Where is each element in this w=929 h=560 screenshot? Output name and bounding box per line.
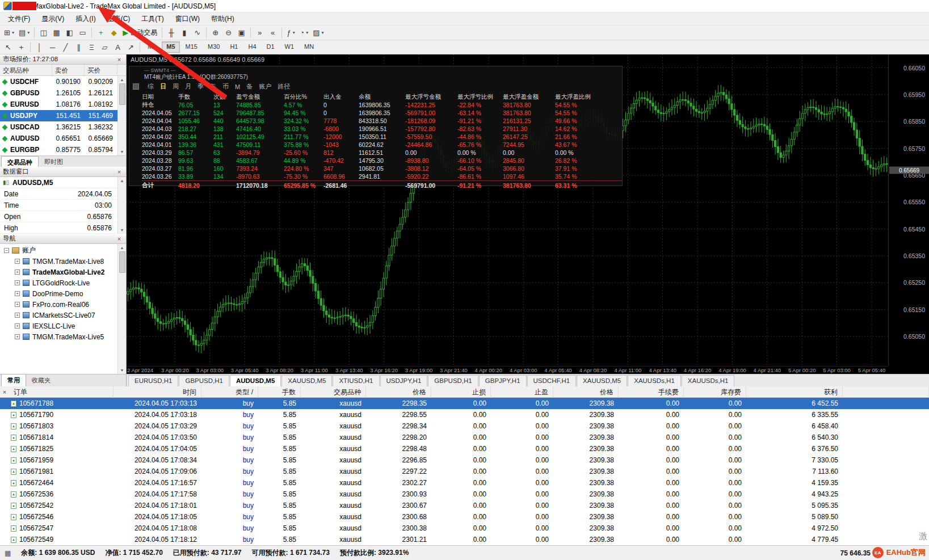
- market-row-usdcad[interactable]: USDCAD1.362151.36232: [0, 121, 117, 133]
- zoom-out-button[interactable]: ⊖: [222, 27, 235, 39]
- fibonacci-button[interactable]: Ξ: [85, 41, 98, 53]
- expand-icon[interactable]: +: [15, 291, 20, 296]
- order-row-105672546[interactable]: ▲1056725462024.04.05 17:18:05buy5.85xauu…: [0, 511, 929, 523]
- expand-icon[interactable]: +: [15, 259, 20, 264]
- order-row-105671788[interactable]: ▲1056717882024.04.05 17:03:13buy5.85xauu…: [0, 398, 929, 409]
- orders-column-3[interactable]: 手数: [258, 386, 301, 398]
- market-watch-scrollbar[interactable]: ▲ ▼: [117, 76, 126, 155]
- menu-charts[interactable]: 图表(C): [102, 12, 136, 26]
- collapse-icon[interactable]: −: [4, 248, 9, 253]
- scroll-thumb[interactable]: [119, 251, 125, 273]
- column-header-[interactable]: 交易品种: [0, 65, 52, 75]
- order-row-105672542[interactable]: ▲1056725422024.04.05 17:18:01buy5.85xauu…: [0, 500, 929, 511]
- timeframe-m5[interactable]: M5: [162, 41, 179, 53]
- ea-tab-3[interactable]: 月: [185, 82, 191, 91]
- ea-tab-6[interactable]: 币: [222, 82, 229, 91]
- timeframe-m30[interactable]: M30: [203, 41, 224, 53]
- ea-tab-9[interactable]: 账户: [259, 82, 271, 91]
- account-item-fxpro-com-real06[interactable]: +FxPro.com-Real06: [0, 299, 126, 310]
- trendline-button[interactable]: ╱: [59, 41, 72, 53]
- data-window-close-icon[interactable]: ×: [115, 169, 123, 175]
- navigator-root-accounts[interactable]: −账户: [0, 245, 126, 256]
- scroll-down-icon[interactable]: ▼: [120, 148, 124, 155]
- data-window-scrollbar[interactable]: ▲ ▼: [117, 177, 126, 234]
- expand-icon[interactable]: +: [15, 302, 20, 307]
- expand-icon[interactable]: +: [15, 313, 20, 318]
- navigator-scrollbar[interactable]: ▲ ▼: [117, 244, 126, 374]
- timeframe-w1[interactable]: W1: [280, 41, 299, 53]
- menu-view[interactable]: 显示(V): [36, 12, 70, 26]
- ea-tab-2[interactable]: 周: [173, 82, 179, 91]
- text-button[interactable]: A: [111, 41, 124, 53]
- chart-area[interactable]: AUDUSD,M5 0.65672 0.65686 0.65649 0.6566…: [127, 54, 929, 374]
- chart-tab-xauusds-h1-11[interactable]: XAUUSDs,H1: [682, 375, 735, 386]
- market-tab-0[interactable]: 交易品种: [1, 156, 39, 167]
- periods-button[interactable]: ◔▾: [297, 27, 310, 39]
- chart-tab-gbpusd-h1-1[interactable]: GBPUSD,H1: [179, 375, 229, 386]
- autotrade-button[interactable]: ▶自动交易: [120, 27, 159, 39]
- scroll-down-icon[interactable]: ▼: [120, 367, 124, 374]
- profiles-button[interactable]: ▤▾: [16, 27, 32, 39]
- tile-windows-button[interactable]: ▣: [235, 27, 248, 39]
- new-order-button[interactable]: +: [94, 27, 107, 39]
- terminal-button[interactable]: ▭: [76, 27, 89, 39]
- timeframe-m1[interactable]: M1: [143, 41, 161, 53]
- chart-tab-xtiusd-h1-4[interactable]: XTIUSD,H1: [333, 375, 379, 386]
- market-watch-button[interactable]: ◫: [37, 27, 50, 39]
- order-row-105672536[interactable]: ▲1056725362024.04.05 17:17:58buy5.85xauu…: [0, 489, 929, 500]
- channel-button[interactable]: ∥: [72, 41, 85, 53]
- orders-column-7[interactable]: 止盈: [491, 386, 553, 398]
- market-row-usdchf[interactable]: USDCHF0.901900.90209: [0, 76, 117, 87]
- data-window-button[interactable]: ▦: [50, 27, 63, 39]
- market-row-gbpusd[interactable]: GBPUSD1.261051.26121: [0, 87, 117, 99]
- menu-window[interactable]: 窗口(W): [170, 12, 205, 26]
- scroll-thumb[interactable]: [119, 83, 125, 105]
- account-item-icmarketssc-live07[interactable]: +ICMarketsSC-Live07: [0, 310, 126, 321]
- market-row-audusd[interactable]: AUDUSD0.656510.65669: [0, 133, 117, 144]
- timeframe-mn[interactable]: MN: [300, 41, 318, 53]
- account-item-ltggoldrock-live[interactable]: +LTGGoldRock-Live: [0, 277, 126, 288]
- expand-icon[interactable]: +: [15, 280, 20, 285]
- navigator-button[interactable]: ◧: [63, 27, 76, 39]
- ea-tab-8[interactable]: 备: [246, 82, 253, 91]
- order-row-105671803[interactable]: ▲1056718032024.04.05 17:03:29buy5.85xauu…: [0, 420, 929, 432]
- vertical-line-button[interactable]: │: [33, 41, 46, 53]
- orders-column-11[interactable]: 获利: [746, 386, 843, 398]
- terminal-close-button[interactable]: ×: [0, 389, 9, 395]
- ea-tab-5[interactable]: 年: [210, 82, 216, 91]
- chart-tab-xauusd-m5-9[interactable]: XAUUSD,M5: [577, 375, 627, 386]
- market-watch-close-icon[interactable]: ×: [115, 56, 123, 63]
- orders-column-5[interactable]: 价格: [366, 386, 431, 398]
- orders-column-10[interactable]: 库存费: [684, 386, 746, 398]
- chart-tab-eurusd-h1-0[interactable]: EURUSD,H1: [128, 375, 178, 386]
- market-row-usdjpy[interactable]: USDJPY151.451151.469: [0, 110, 117, 121]
- navigator-tab-1[interactable]: 收藏夹: [26, 374, 56, 386]
- bar-chart-button[interactable]: ╫: [165, 27, 178, 39]
- orders-column-6[interactable]: 止损: [431, 386, 491, 398]
- expand-icon[interactable]: +: [15, 323, 20, 329]
- scroll-down-icon[interactable]: ▼: [120, 226, 124, 234]
- menu-tools[interactable]: 工具(T): [136, 12, 169, 26]
- timeframe-h1[interactable]: H1: [225, 41, 242, 53]
- candlestick-button[interactable]: ▮: [178, 27, 191, 39]
- metaeditor-button[interactable]: ◆: [107, 27, 120, 39]
- chart-tab-usdjpy-h1-5[interactable]: USDJPY,H1: [380, 375, 428, 386]
- orders-column-8[interactable]: 价格: [553, 386, 619, 398]
- menu-insert[interactable]: 插入(I): [70, 12, 101, 26]
- menu-help[interactable]: 帮助(H): [205, 12, 240, 26]
- account-item-iexsllc-live[interactable]: +IEXSLLC-Live: [0, 321, 126, 331]
- column-header-[interactable]: 买价: [85, 65, 117, 75]
- zoom-in-button[interactable]: ⊕: [209, 27, 222, 39]
- orders-column-2[interactable]: 类型 /: [201, 386, 258, 398]
- chart-tab-xauusds-h1-10[interactable]: XAUUSDs,H1: [628, 375, 681, 386]
- scroll-up-icon[interactable]: ▲: [120, 244, 124, 251]
- timeframe-d1[interactable]: D1: [262, 41, 279, 53]
- orders-column-0[interactable]: 订单: [9, 386, 114, 398]
- line-chart-button[interactable]: ∿: [191, 27, 204, 39]
- cursor-button[interactable]: ↖: [2, 41, 15, 53]
- indicators-button[interactable]: ƒ▾: [284, 27, 297, 39]
- market-tab-1[interactable]: 即时图: [39, 156, 69, 167]
- chart-shift-button[interactable]: «: [266, 27, 279, 39]
- chart-tab-audusd-m5-2[interactable]: AUDUSD,M5: [230, 375, 281, 386]
- order-row-105672464[interactable]: ▲1056724642024.04.05 17:16:57buy5.85xauu…: [0, 477, 929, 489]
